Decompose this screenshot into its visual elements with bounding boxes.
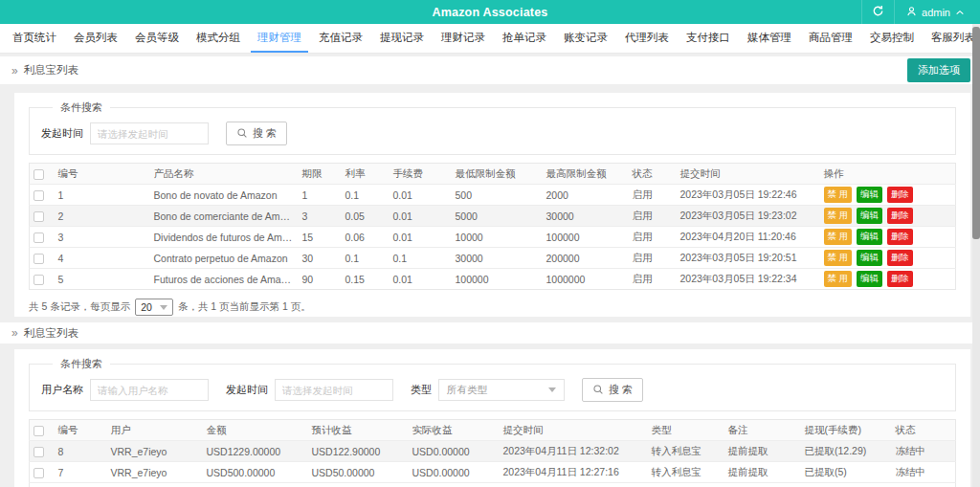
nav-item[interactable]: 支付接口 [679, 24, 737, 53]
select-all-checkbox[interactable] [33, 426, 44, 436]
nav-item[interactable]: 理财记录 [434, 24, 492, 53]
cell-min-amount: 10000 [452, 227, 543, 248]
disable-button[interactable]: 禁 用 [824, 187, 853, 203]
top-bar: Amazon Associates admin [0, 0, 980, 24]
cell-withdraw-fee: 已提取(5) [801, 483, 892, 487]
nav-item[interactable]: 充值记录 [312, 24, 369, 53]
row-checkbox[interactable] [33, 275, 44, 285]
cell-product-name: Futuros de acciones de Amazon [150, 269, 299, 290]
select-all-checkbox[interactable] [33, 169, 44, 180]
cell-withdraw-fee: 已提取(5) [801, 462, 892, 483]
cell-user: VRR_e7ieyo [107, 462, 203, 483]
cell-user: VRR_e7ieyo [107, 441, 203, 462]
disable-button[interactable]: 禁 用 [824, 271, 853, 287]
delete-button[interactable]: 删除 [887, 271, 913, 287]
cell-expected-profit: USD50.00000 [308, 483, 409, 487]
cell-id: 7 [55, 462, 107, 483]
nav-item[interactable]: 账变记录 [557, 24, 614, 53]
start-time-input[interactable] [90, 122, 209, 144]
scrollbar-thumb[interactable] [972, 27, 980, 239]
cell-id: 2 [55, 206, 150, 227]
cell-product-name: Bono de comerciante de Amazon [150, 206, 299, 227]
edit-button[interactable]: 编辑 [857, 229, 882, 245]
delete-button[interactable]: 删除 [887, 250, 913, 266]
edit-button[interactable]: 编辑 [857, 208, 882, 224]
cell-id: 1 [55, 185, 150, 206]
disable-button[interactable]: 禁 用 [824, 250, 853, 266]
delete-button[interactable]: 删除 [887, 208, 913, 224]
edit-button[interactable]: 编辑 [857, 187, 882, 203]
pagination: 共 5 条记录，每页显示 20 条，共 1 页当前显示第 1 页。 [29, 299, 956, 316]
nav-item[interactable]: 会员列表 [67, 24, 124, 53]
cell-max-amount: 2000 [543, 185, 629, 206]
cell-product-name: Bono de novato de Amazon [150, 185, 299, 206]
row-checkbox[interactable] [33, 254, 44, 264]
delete-button[interactable]: 删除 [887, 229, 913, 245]
section1-header: » 利息宝列表 添加选项 [0, 56, 980, 84]
user-menu[interactable]: admin [894, 0, 980, 24]
column-header: 编号 [55, 164, 150, 185]
nav-item[interactable]: 代理列表 [618, 24, 676, 53]
add-option-button[interactable]: 添加选项 [907, 58, 970, 82]
cell-max-amount: 30000 [543, 206, 629, 227]
nav-item[interactable]: 首页统计 [6, 24, 63, 53]
start-time-input[interactable] [275, 379, 393, 401]
nav-item[interactable]: 交易控制 [863, 24, 921, 53]
cell-period: 3 [299, 206, 342, 227]
nav-item[interactable]: 商品管理 [802, 24, 859, 53]
person-icon [906, 6, 917, 19]
vertical-scrollbar[interactable] [972, 24, 980, 487]
cell-submit-time: 2023年03月05日 19:22:46 [677, 185, 820, 206]
edit-button[interactable]: 编辑 [857, 250, 882, 266]
username-input[interactable] [90, 379, 209, 401]
type-select[interactable]: 所有类型 [438, 379, 565, 401]
cell-submit-time: 2023年03月05日 19:22:34 [677, 269, 820, 290]
row-checkbox[interactable] [33, 211, 44, 222]
cell-period: 90 [299, 269, 342, 290]
row-checkbox[interactable] [33, 447, 44, 457]
column-header: 利率 [342, 164, 390, 185]
cell-status: 启用 [629, 227, 677, 248]
column-header: 实际收益 [409, 420, 500, 441]
search-icon [592, 384, 604, 397]
cell-remark: 提前提取 [724, 483, 801, 487]
cell-status: 启用 [629, 248, 677, 269]
cell-expected-profit: USD50.00000 [308, 462, 409, 483]
main-nav: 首页统计 会员列表 会员等级 模式分组 理财管理 充值记录 提现记录 理财记录 … [0, 24, 980, 54]
cell-product-name: Dividendos de futuros de Amazon [150, 227, 299, 248]
cell-min-amount: 5000 [452, 206, 543, 227]
interest-products-panel: 条件搜索 发起时间 搜 索 编号产品名称期限利率手续费最低限制金额最高限制金额状… [14, 93, 970, 317]
row-checkbox[interactable] [33, 232, 44, 243]
cell-period: 15 [299, 227, 342, 248]
cell-user: VRR_e7ieyo [107, 483, 203, 487]
cell-status: 冻结中 [892, 441, 956, 462]
column-header: 提交时间 [500, 420, 648, 441]
delete-button[interactable]: 删除 [887, 187, 913, 203]
refresh-button[interactable] [861, 0, 894, 24]
breadcrumb: » 利息宝列表 [11, 326, 78, 341]
disable-button[interactable]: 禁 用 [824, 229, 853, 245]
search-button[interactable]: 搜 索 [582, 378, 643, 402]
nav-item[interactable]: 提现记录 [373, 24, 431, 53]
section2-header: » 利息宝列表 [0, 322, 980, 343]
nav-item[interactable]: 抢单记录 [496, 24, 553, 53]
edit-button[interactable]: 编辑 [857, 271, 882, 287]
cell-min-amount: 30000 [452, 248, 543, 269]
nav-item[interactable]: 模式分组 [189, 24, 247, 53]
row-checkbox[interactable] [33, 468, 44, 478]
search-panel-1: 条件搜索 发起时间 搜 索 [29, 100, 956, 155]
column-header: 预计收益 [308, 420, 409, 441]
refresh-icon [872, 4, 884, 21]
nav-item[interactable]: 会员等级 [128, 24, 186, 53]
column-header: 状态 [629, 164, 677, 185]
page-size-select[interactable]: 20 [135, 299, 173, 316]
nav-item[interactable]: 媒体管理 [741, 24, 798, 53]
cell-status: 冻结中 [892, 483, 956, 487]
nav-item[interactable]: 理财管理 [251, 24, 308, 53]
column-header: 提交时间 [677, 164, 820, 185]
cell-id: 6 [55, 483, 107, 487]
row-checkbox[interactable] [33, 190, 44, 201]
column-header: 产品名称 [150, 164, 299, 185]
search-button[interactable]: 搜 索 [226, 122, 287, 145]
disable-button[interactable]: 禁 用 [824, 208, 853, 224]
